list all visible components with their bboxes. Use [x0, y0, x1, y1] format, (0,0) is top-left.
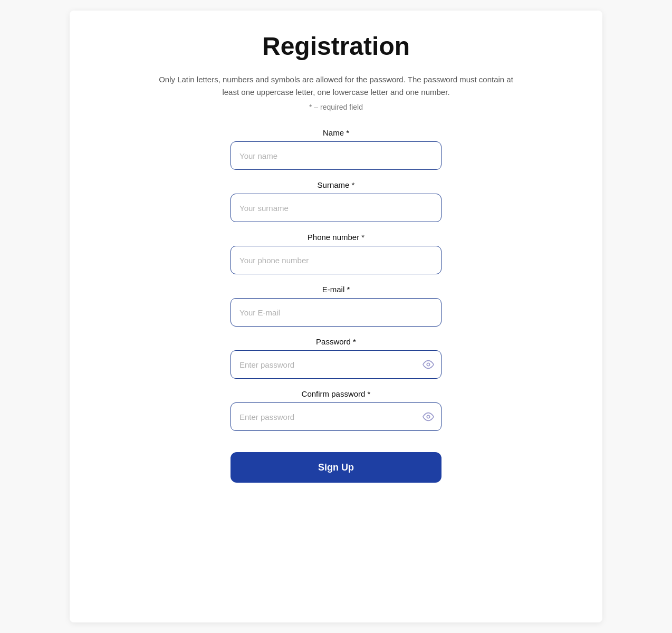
form-group-name: Name *	[231, 128, 441, 170]
phone-input[interactable]	[231, 246, 441, 274]
registration-form: Name * Surname * Phone number * E-mail *…	[231, 128, 441, 483]
page-description: Only Latin letters, numbers and symbols …	[157, 73, 515, 99]
password-toggle-icon[interactable]	[423, 359, 434, 370]
signup-button[interactable]: Sign Up	[231, 452, 441, 483]
form-group-confirm-password: Confirm password *	[231, 389, 441, 431]
password-input[interactable]	[231, 350, 441, 379]
phone-label: Phone number *	[231, 233, 441, 242]
confirm-password-toggle-icon[interactable]	[423, 411, 434, 423]
surname-label: Surname *	[231, 180, 441, 189]
confirm-password-input[interactable]	[231, 402, 441, 431]
confirm-password-label: Confirm password *	[231, 389, 441, 398]
svg-point-0	[427, 363, 430, 366]
form-group-email: E-mail *	[231, 285, 441, 327]
email-input[interactable]	[231, 298, 441, 327]
form-group-phone: Phone number *	[231, 233, 441, 274]
page-wrapper: Registration Only Latin letters, numbers…	[70, 11, 602, 622]
email-label: E-mail *	[231, 285, 441, 294]
svg-point-1	[427, 415, 430, 418]
name-input[interactable]	[231, 141, 441, 170]
confirm-password-input-wrapper	[231, 402, 441, 431]
password-input-wrapper	[231, 350, 441, 379]
name-label: Name *	[231, 128, 441, 137]
required-note: * – required field	[309, 103, 363, 111]
page-title: Registration	[262, 32, 410, 61]
form-group-password: Password *	[231, 337, 441, 379]
password-label: Password *	[231, 337, 441, 346]
form-group-surname: Surname *	[231, 180, 441, 222]
surname-input[interactable]	[231, 194, 441, 222]
